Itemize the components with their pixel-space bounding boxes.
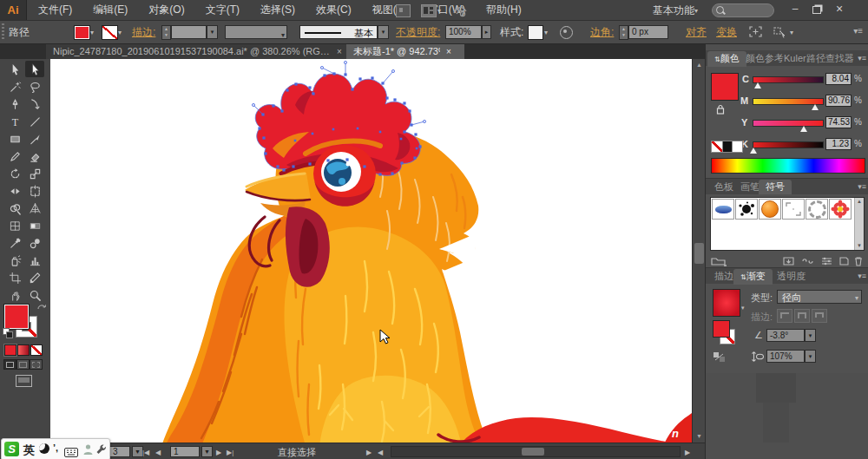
tool-type[interactable]: T [6,114,23,129]
channel-m-value[interactable]: 90.76 [825,95,852,107]
opacity-dropdown[interactable]: ▸ [482,25,491,39]
select-similar-dropdown[interactable]: ▾ [790,29,793,36]
horizontal-scroll-track[interactable] [391,446,681,457]
opacity-label[interactable]: 不透明度: [396,25,440,40]
tab-gradient[interactable]: ⇅渐变 [733,269,773,285]
tool-line-segment[interactable] [26,114,43,129]
tool-gradient[interactable] [26,218,43,233]
tool-scale[interactable] [26,166,43,181]
prev-artboard-button[interactable]: ◀ [155,449,161,456]
current-color-swatch[interactable] [711,73,739,101]
tool-eraser[interactable] [26,148,43,164]
symbol-red-flower[interactable] [829,199,852,220]
color-spectrum-bar[interactable] [711,158,865,174]
menu-file[interactable]: 文件(F) [28,0,82,20]
tool-eyedropper[interactable] [6,235,23,251]
gradient-ratio-dropdown[interactable]: ▾ [805,350,816,363]
channel-c-thumb[interactable] [754,82,761,89]
keyboard-icon[interactable] [64,445,78,459]
tab-transparency[interactable]: 透明度 [770,269,812,284]
tool-direct-selection[interactable] [26,62,43,77]
workspace-switcher[interactable]: 基本功能 [653,3,694,18]
last-artboard-button[interactable]: ▶| [227,449,233,456]
stroke-dropdown[interactable]: ▾ [118,29,122,36]
symbol-crop-marks[interactable] [782,199,805,220]
tool-selection[interactable] [6,62,23,77]
channel-c-slider[interactable] [753,76,824,83]
layout-icon[interactable] [396,4,411,17]
align-link[interactable]: 对齐 [686,25,707,40]
menu-edit[interactable]: 编辑(E) [82,0,138,20]
scroll-up-arrow[interactable]: ▲ [694,60,704,70]
tool-rectangle[interactable] [6,131,23,147]
ime-punctuation-toggle[interactable]: ’, [53,443,58,453]
scroll-left-pair-left[interactable]: ◀ [378,449,383,456]
symbols-scrollbar[interactable]: ▲ ▼ [854,198,864,250]
color-mode-button[interactable] [4,344,16,356]
tab-symbols[interactable]: 符号 [759,180,792,194]
ime-language-toggle[interactable]: 英 [23,443,35,458]
stroke-within-button[interactable] [777,309,792,323]
stroke-weight-field[interactable] [171,25,207,39]
document-tab-active[interactable]: 未标题-1* @ 942.73% (CMYK/预览) × [346,44,464,59]
symbol-orange-orb[interactable] [759,199,781,220]
scroll-down-arrow[interactable]: ▼ [694,431,704,442]
channel-k-value[interactable]: 1.23 [825,138,852,150]
tab-pathfinder[interactable]: 路径查找器 [799,51,861,66]
canvas[interactable]: n [50,59,692,443]
vertical-scrollbar[interactable]: ▲ ▼ [692,59,705,443]
tool-curvature[interactable] [26,96,43,112]
corner-label[interactable]: 边角: [590,25,614,40]
style-swatch[interactable] [528,25,543,40]
arrange-documents-icon[interactable] [421,4,437,17]
channel-y-thumb[interactable] [800,126,807,132]
select-similar-icon[interactable] [773,25,787,38]
corner-field[interactable]: 0 px [628,25,668,39]
tool-pencil[interactable] [6,148,23,164]
tool-lasso[interactable] [26,79,43,95]
menu-effect[interactable]: 效果(C) [306,0,362,20]
tool-free-transform[interactable] [26,183,43,199]
tab-close-icon[interactable]: × [446,44,451,59]
workspace-dropdown[interactable]: ▾ [694,7,698,15]
tool-blend[interactable] [26,235,43,251]
arrange-documents-dropdown[interactable]: ▾ [437,7,441,15]
menu-help[interactable]: 帮助(H) [476,0,532,20]
channel-y-slider[interactable] [753,120,824,127]
tool-column-graph[interactable] [26,252,43,268]
isolate-object-icon[interactable] [748,25,763,38]
brush-definition-dropdown[interactable]: ▾ [378,25,389,39]
wrench-icon[interactable] [95,443,107,459]
first-artboard-button[interactable]: |◀ [142,449,149,456]
none-mode-button[interactable] [30,344,43,356]
symbols-scroll-down[interactable]: ▼ [855,242,864,250]
tool-mesh[interactable] [6,218,23,233]
fill-box[interactable] [3,304,30,330]
horizontal-scroll-thumb[interactable] [522,448,544,456]
gradient-panel-menu[interactable]: ▾≡ [858,272,866,280]
draw-normal-button[interactable] [3,359,16,370]
person-icon[interactable] [82,443,94,459]
symbols-scroll-up[interactable]: ▲ [855,198,864,206]
fill-dropdown[interactable]: ▾ [90,29,94,36]
artboard-field[interactable]: 1 [170,446,200,457]
channel-y-value[interactable]: 74.53 [825,116,852,128]
tool-symbol-sprayer[interactable] [6,252,23,268]
tab-close-icon[interactable]: × [337,44,342,59]
tool-magic-wand[interactable] [6,79,23,95]
artboard-dropdown[interactable]: ▼ [201,446,213,457]
draw-inside-button[interactable] [30,359,43,370]
zoom-field[interactable]: 3 [109,446,130,457]
screen-mode-icon[interactable] [16,375,32,387]
tool-width[interactable] [6,183,23,199]
channel-m-thumb[interactable] [812,104,819,110]
stroke-along-button[interactable] [794,309,810,323]
tool-rotate[interactable] [6,166,23,181]
rooster-artwork[interactable]: n [50,59,692,443]
draw-behind-button[interactable] [16,359,30,370]
corner-stepper[interactable]: ▲▼ [619,25,628,40]
tool-paintbrush[interactable] [26,131,43,147]
fill-color-swatch[interactable] [74,25,90,40]
gradient-ratio-field[interactable]: 107% [766,350,805,363]
transform-link[interactable]: 变换 [716,25,737,40]
